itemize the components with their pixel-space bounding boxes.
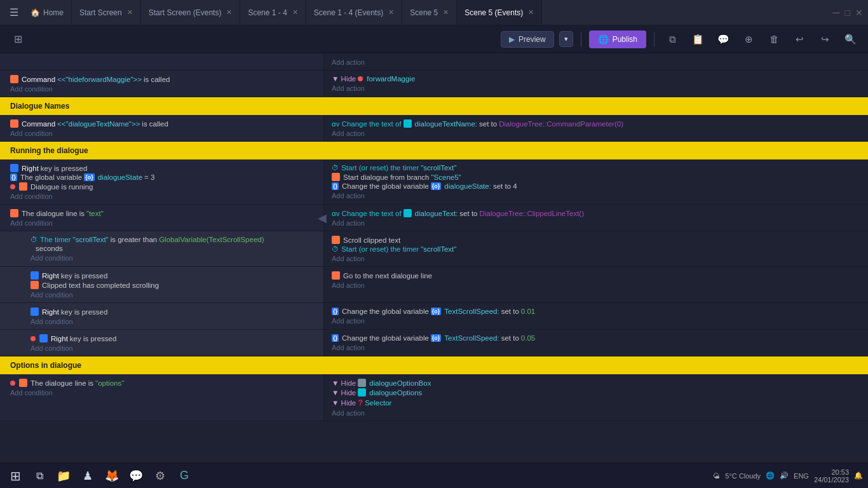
lang-label: ENG [794, 472, 809, 480]
tab-scene14-label: Scene 1 - 4 [248, 8, 287, 17]
toolbar: ⊞ ▶ Preview ▾ 🌐 Publish ⧉ 📋 💬 ⊕ 🗑 ↩ ↪ 🔍 [0, 25, 868, 53]
minimize-btn[interactable]: ─ [832, 7, 839, 18]
tab-scene14[interactable]: Scene 1 - 4 ✕ [240, 0, 306, 25]
ci-cmd-dtname: Command <<"dialogueTextName">> is called [10, 119, 317, 128]
add-cond-8[interactable]: Add condition [31, 344, 317, 353]
add-action-6[interactable]: Add action [332, 281, 862, 290]
menu-icon[interactable]: ☰ [5, 4, 23, 22]
delete-icon-btn[interactable]: 🗑 [764, 29, 784, 50]
opts-icon [358, 388, 366, 396]
action-dialogue-text-name: αv Change the text of dialogueTextName: … [324, 115, 868, 141]
preview-dropdown[interactable]: ▾ [559, 31, 573, 47]
tab-scene5-events-label: Scene 5 (Events) [465, 8, 523, 17]
add-cond-9[interactable]: Add condition [10, 388, 317, 397]
comment-icon-btn[interactable]: 💬 [713, 29, 733, 50]
add-action-2[interactable]: Add action [332, 129, 862, 138]
var-icon-3: {} [332, 182, 339, 190]
tab-start-screen-events-close[interactable]: ✕ [226, 8, 232, 17]
cond-dialogue-text: The dialogue line is "text" Add conditio… [0, 205, 324, 231]
cond-scroll-speed-1: Right key is pressed Add condition [0, 303, 324, 329]
add-icon-btn[interactable]: ⊕ [738, 29, 759, 50]
tab-scene5-events[interactable]: Scene 5 (Events) ✕ [457, 0, 542, 25]
cond-right-key-1: Right key is pressed {} The global varia… [0, 159, 324, 204]
ci-timer-greater: ⏱ The timer "scrollText" is greater than… [31, 236, 317, 243]
undo-icon-btn[interactable]: ↩ [789, 29, 810, 50]
add-cond-1[interactable]: Add condition [10, 85, 317, 93]
close-btn[interactable]: ✕ [855, 8, 863, 18]
row-scroll-speed-2: Right key is pressed Add condition {} Ch… [0, 330, 868, 356]
copy-icon-btn[interactable]: ⧉ [662, 29, 682, 50]
ci-clipped-done: Clipped text has completed scrolling [31, 281, 317, 289]
forward-dot [358, 76, 363, 81]
tab-scene5-close[interactable]: ✕ [443, 8, 449, 17]
redo-icon-btn[interactable]: ↪ [815, 29, 835, 50]
gdevelop-icon[interactable]: G [174, 466, 194, 486]
toolbar-left: ⊞ [8, 29, 28, 50]
tab-home[interactable]: 🏠 Home [23, 0, 72, 25]
paste-icon-btn[interactable]: 📋 [688, 29, 708, 50]
action-right-clipped: Go to the next dialogue line Add action [324, 267, 868, 302]
add-action-7[interactable]: Add action [332, 316, 862, 325]
add-action-4[interactable]: Add action [332, 219, 862, 227]
tab-scene14-close[interactable]: ✕ [292, 8, 298, 17]
tabs-container: 🏠 Home Start Screen ✕ Start Screen (Even… [23, 0, 832, 25]
tab-start-screen[interactable]: Start Screen ✕ [72, 0, 141, 25]
search-icon-btn[interactable]: 🔍 [840, 29, 860, 50]
add-action-5[interactable]: Add action [332, 254, 862, 263]
maximize-btn[interactable]: □ [845, 8, 850, 18]
ci-dial-text: The dialogue line is "text" [10, 209, 317, 217]
ci-command-hide: Command <<"hideforwardMaggie">> is calle… [10, 75, 317, 83]
ai-reset-timer: ⏱ Start (or reset) the timer "scrollText… [332, 245, 862, 253]
tab-scene5-events-close[interactable]: ✕ [528, 8, 534, 17]
tab-scene14-events-close[interactable]: ✕ [388, 8, 394, 17]
explorer-icon[interactable]: 📁 [53, 466, 74, 486]
add-cond-2[interactable]: Add condition [10, 129, 317, 138]
clock-date: 24/01/2023 [814, 476, 849, 484]
start-button[interactable]: ⊞ [5, 466, 25, 486]
section-options-dialogue: Options in dialogue [0, 356, 868, 374]
var-icon-8: {o} [431, 334, 442, 342]
tab-scene14-events[interactable]: Scene 1 - 4 (Events) ✕ [306, 0, 402, 25]
add-cond-7[interactable]: Add condition [31, 317, 317, 326]
action-options-line: ▼ Hide dialogueOptionBox ▼ Hide dialogue… [324, 374, 868, 421]
var-icon-4: {o} [431, 182, 442, 190]
taskview-icon[interactable]: ⧉ [29, 466, 50, 486]
add-cond-3[interactable]: Add condition [10, 192, 317, 201]
grid-icon-btn[interactable]: ⊞ [8, 29, 28, 50]
tab-scene5-label: Scene 5 [410, 8, 438, 17]
add-action-1[interactable]: Add action [332, 84, 862, 93]
keyboard-icon [10, 164, 18, 172]
add-action-9[interactable]: Add action [332, 409, 862, 417]
toolbar-right: ▶ Preview ▾ 🌐 Publish ⧉ 📋 💬 ⊕ 🗑 ↩ ↪ 🔍 [501, 29, 860, 50]
cond-right-clipped: Right key is pressed Clipped text has co… [0, 267, 324, 302]
var-icon-6: {o} [431, 308, 442, 315]
ci-right-4: Right key is pressed [31, 334, 317, 342]
tab-home-label: Home [43, 8, 64, 17]
cond-dialogue-text-name: Command <<"dialogueTextName">> is called… [0, 115, 324, 141]
ai-start-dialogue: Start dialogue from branch "Scene5" [332, 173, 862, 181]
add-action-3[interactable]: Add action [332, 191, 862, 200]
weather-icon: 🌤 [713, 472, 720, 480]
steam-icon[interactable]: ♟ [78, 466, 98, 486]
discord-icon[interactable]: 💬 [126, 466, 146, 486]
expand-arrow[interactable]: ◀ [318, 211, 327, 225]
publish-button[interactable]: 🌐 Publish [589, 30, 646, 48]
tab-start-screen-events[interactable]: Start Screen (Events) ✕ [141, 0, 241, 25]
tab-start-screen-close[interactable]: ✕ [127, 8, 133, 17]
notification-icon[interactable]: 🔔 [854, 471, 863, 480]
row-dialogue-text: The dialogue line is "text" Add conditio… [0, 205, 868, 231]
section-dialogue-names-label: Dialogue Names [10, 102, 69, 111]
settings-icon[interactable]: ⚙ [150, 466, 170, 486]
dialogue-dot [10, 184, 15, 189]
firefox-icon[interactable]: 🦊 [102, 466, 122, 486]
add-cond-6[interactable]: Add condition [31, 290, 317, 299]
tab-scene5[interactable]: Scene 5 ✕ [402, 0, 457, 25]
preview-button[interactable]: ▶ Preview [501, 31, 554, 48]
add-cond-5[interactable]: Add condition [31, 254, 317, 262]
opt-icon [19, 379, 27, 387]
add-cond-4[interactable]: Add condition [10, 219, 317, 227]
red-dot-opt [10, 381, 15, 386]
add-action-8[interactable]: Add action [332, 343, 862, 352]
section-options-label: Options in dialogue [10, 361, 81, 370]
add-action-top[interactable]: Add action [332, 58, 862, 67]
